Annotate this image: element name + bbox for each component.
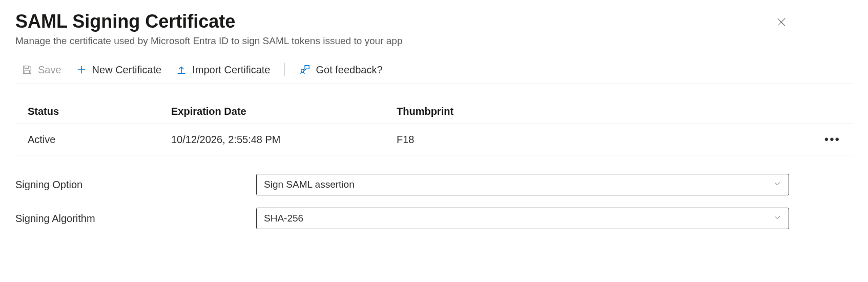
signing-option-label: Signing Option	[15, 179, 256, 191]
table-row: Active 10/12/2026, 2:55:48 PM F18 •••	[15, 124, 853, 155]
cert-expiration: 10/12/2026, 2:55:48 PM	[171, 134, 397, 146]
close-icon	[776, 16, 787, 29]
save-button: Save	[22, 64, 61, 76]
import-certificate-label: Import Certificate	[192, 64, 270, 76]
feedback-icon	[299, 64, 311, 75]
svg-point-1	[301, 69, 304, 72]
signing-algorithm-value: SHA-256	[264, 213, 773, 224]
new-certificate-label: New Certificate	[92, 64, 162, 76]
save-label: Save	[38, 64, 61, 76]
table-header-thumbprint: Thumbprint	[397, 106, 799, 117]
table-header-expiration: Expiration Date	[171, 106, 397, 117]
more-icon: •••	[824, 132, 840, 146]
toolbar-separator	[284, 63, 285, 76]
feedback-button[interactable]: Got feedback?	[299, 64, 382, 76]
feedback-label: Got feedback?	[316, 64, 382, 76]
chevron-down-icon	[773, 179, 781, 190]
table-header-status: Status	[28, 106, 171, 117]
signing-option-row: Signing Option Sign SAML assertion	[15, 174, 853, 195]
signing-option-value: Sign SAML assertion	[264, 179, 773, 190]
svg-rect-0	[25, 70, 29, 73]
signing-algorithm-select[interactable]: SHA-256	[256, 208, 789, 229]
certificate-table: Status Expiration Date Thumbprint Active…	[15, 99, 853, 155]
cert-status: Active	[28, 134, 171, 146]
cert-thumbprint: F18	[397, 134, 799, 146]
new-certificate-button[interactable]: New Certificate	[76, 64, 162, 76]
signing-option-select[interactable]: Sign SAML assertion	[256, 174, 789, 195]
form-section: Signing Option Sign SAML assertion Signi…	[15, 174, 853, 229]
import-certificate-button[interactable]: Import Certificate	[176, 64, 270, 76]
signing-algorithm-label: Signing Algorithm	[15, 213, 256, 225]
close-button[interactable]	[772, 12, 791, 33]
import-icon	[176, 64, 187, 75]
chevron-down-icon	[773, 213, 781, 224]
row-more-button[interactable]: •••	[824, 132, 840, 147]
save-icon	[22, 64, 33, 75]
table-header-row: Status Expiration Date Thumbprint	[15, 99, 853, 124]
signing-algorithm-row: Signing Algorithm SHA-256	[15, 208, 853, 229]
plus-icon	[76, 64, 87, 75]
toolbar: Save New Certificate Import Certificate …	[15, 59, 853, 84]
page-title: SAML Signing Certificate	[15, 10, 235, 32]
page-subtitle: Manage the certificate used by Microsoft…	[15, 35, 853, 47]
